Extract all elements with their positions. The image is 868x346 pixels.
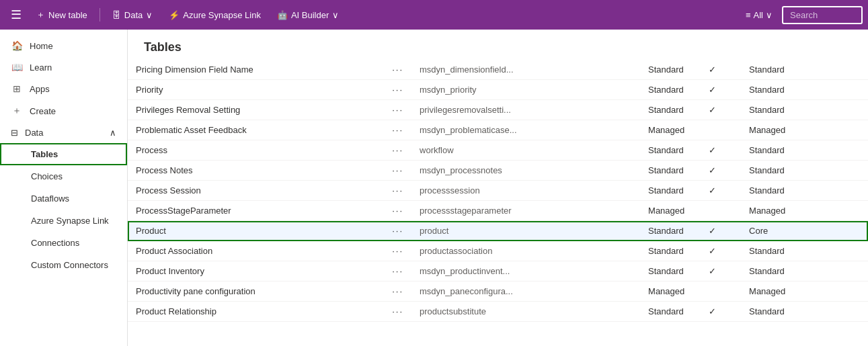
azure-icon: ⚡ [169,10,180,20]
sidebar-sub-azure[interactable]: Azure Synapse Link [0,210,127,232]
table-row[interactable]: Process···workflowStandard✓Standard [128,140,868,161]
plus-icon: ＋ [36,9,45,21]
row-type: Standard [640,60,701,80]
sidebar: 🏠 Home 📖 Learn ⊞ Apps ＋ Create ⊟ Data ∧ … [0,30,128,346]
row-logical-name: workflow [411,140,640,161]
table-row[interactable]: Process Session···processsessionStandard… [128,181,868,201]
sidebar-label-data: Data [25,128,43,138]
row-check: ✓ [701,221,741,241]
row-table-name: Product Relationship [128,302,384,322]
row-table-name: ProcessStageParameter [128,201,384,221]
hamburger-icon[interactable]: ☰ [5,5,27,25]
row-tag: Standard [741,60,868,80]
table-row[interactable]: ProcessStageParameter···processstagepara… [128,201,868,221]
row-table-name: Process [128,140,384,161]
row-check [701,282,741,302]
row-check: ✓ [701,302,741,322]
row-more-options[interactable]: ··· [384,100,411,120]
row-check [701,120,741,140]
azure-synapse-button[interactable]: ⚡ Azure Synapse Link [162,7,268,23]
row-logical-name: productsubstitute [411,302,640,322]
row-more-options[interactable]: ··· [384,181,411,201]
custom-connectors-label: Custom Connectors [31,260,108,270]
home-icon: 🏠 [11,40,23,51]
filter-chevron-icon: ∨ [766,10,773,20]
row-more-options[interactable]: ··· [384,201,411,221]
sidebar-sub-custom[interactable]: Custom Connectors [0,254,127,276]
row-more-options[interactable]: ··· [384,302,411,322]
sidebar-item-home[interactable]: 🏠 Home [0,35,127,56]
row-more-options[interactable]: ··· [384,140,411,161]
new-table-button[interactable]: ＋ New table [30,6,94,24]
row-logical-name: productassociation [411,241,640,261]
row-check: ✓ [701,100,741,120]
row-type: Standard [640,100,701,120]
row-more-options[interactable]: ··· [384,221,411,241]
row-more-options[interactable]: ··· [384,282,411,302]
row-check [701,201,741,221]
row-more-options[interactable]: ··· [384,120,411,140]
row-check: ✓ [701,261,741,282]
filter-button[interactable]: ≡ All ∨ [739,7,779,23]
row-logical-name: processstageparameter [411,201,640,221]
sidebar-data-section[interactable]: ⊟ Data ∧ [0,122,127,143]
table-row[interactable]: Problematic Asset Feedback···msdyn_probl… [128,120,868,140]
row-tag: Standard [741,241,868,261]
row-type: Managed [640,282,701,302]
sidebar-sub-choices[interactable]: Choices [0,165,127,187]
data-button[interactable]: 🗄 Data ∨ [106,7,159,23]
table-row[interactable]: Pricing Dimension Field Name···msdyn_dim… [128,60,868,80]
row-type: Standard [640,221,701,241]
row-logical-name: msdyn_priority [411,80,640,100]
table-row[interactable]: Productivity pane configuration···msdyn_… [128,282,868,302]
data-section-icon: ⊟ [11,128,18,138]
row-check: ✓ [701,241,741,261]
row-table-name: Process Notes [128,161,384,181]
table-row[interactable]: Product···productStandard✓Core [128,221,868,241]
ai-builder-button[interactable]: 🤖 AI Builder ∨ [270,7,346,23]
sidebar-sub-tables[interactable]: Tables [0,143,127,165]
data-expand-icon: ∧ [110,128,116,138]
sidebar-sub-dataflows[interactable]: Dataflows [0,187,127,210]
data-chevron-icon: ∨ [146,10,153,20]
table-row[interactable]: Product Association···productassociation… [128,241,868,261]
page-title: Tables [128,30,868,60]
row-logical-name: msdyn_paneconfigura... [411,282,640,302]
row-logical-name: msdyn_productinvent... [411,261,640,282]
row-check: ✓ [701,80,741,100]
row-tag: Standard [741,140,868,161]
row-more-options[interactable]: ··· [384,261,411,282]
row-table-name: Productivity pane configuration [128,282,384,302]
separator [100,8,100,21]
data-icon: 🗄 [112,10,121,20]
connections-label: Connections [31,238,79,248]
row-type: Standard [640,140,701,161]
row-type: Managed [640,201,701,221]
create-icon: ＋ [11,105,23,117]
row-tag: Managed [741,201,868,221]
table-row[interactable]: Priority···msdyn_priorityStandard✓Standa… [128,80,868,100]
row-more-options[interactable]: ··· [384,60,411,80]
search-input[interactable] [782,6,863,24]
row-tag: Standard [741,100,868,120]
row-more-options[interactable]: ··· [384,161,411,181]
row-logical-name: msdyn_processnotes [411,161,640,181]
table-row[interactable]: Product Relationship···productsubstitute… [128,302,868,322]
sidebar-label-apps: Apps [30,84,50,94]
sidebar-data-left: ⊟ Data [11,128,43,138]
top-bar: ☰ ＋ New table 🗄 Data ∨ ⚡ Azure Synapse L… [0,0,868,30]
row-type: Standard [640,161,701,181]
sidebar-sub-connections[interactable]: Connections [0,232,127,254]
table-row[interactable]: Process Notes···msdyn_processnotesStanda… [128,161,868,181]
apps-icon: ⊞ [11,83,23,94]
row-more-options[interactable]: ··· [384,80,411,100]
row-table-name: Product Inventory [128,261,384,282]
row-logical-name: processsession [411,181,640,201]
choices-label: Choices [31,171,63,181]
sidebar-item-learn[interactable]: 📖 Learn [0,56,127,78]
table-row[interactable]: Product Inventory···msdyn_productinvent.… [128,261,868,282]
table-row[interactable]: Privileges Removal Setting···privilegesr… [128,100,868,120]
sidebar-item-create[interactable]: ＋ Create [0,99,127,122]
row-more-options[interactable]: ··· [384,241,411,261]
sidebar-item-apps[interactable]: ⊞ Apps [0,78,127,99]
